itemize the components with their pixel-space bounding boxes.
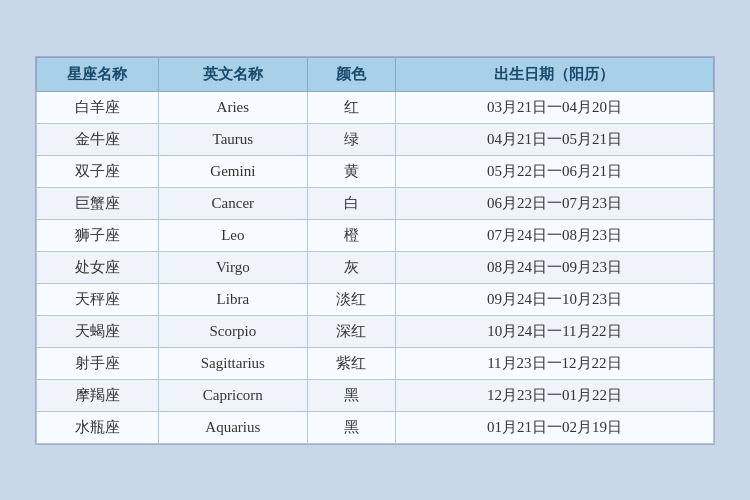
- cell-english: Sagittarius: [158, 347, 307, 379]
- cell-english: Virgo: [158, 251, 307, 283]
- cell-date: 03月21日一04月20日: [395, 91, 713, 123]
- table-row: 白羊座Aries红03月21日一04月20日: [37, 91, 714, 123]
- cell-english: Libra: [158, 283, 307, 315]
- cell-english: Gemini: [158, 155, 307, 187]
- zodiac-table-container: 星座名称 英文名称 颜色 出生日期（阳历） 白羊座Aries红03月21日一04…: [35, 56, 715, 445]
- table-body: 白羊座Aries红03月21日一04月20日金牛座Taurus绿04月21日一0…: [37, 91, 714, 443]
- table-row: 天蝎座Scorpio深红10月24日一11月22日: [37, 315, 714, 347]
- cell-date: 12月23日一01月22日: [395, 379, 713, 411]
- cell-chinese: 水瓶座: [37, 411, 159, 443]
- cell-color: 黑: [307, 379, 395, 411]
- cell-date: 10月24日一11月22日: [395, 315, 713, 347]
- table-row: 水瓶座Aquarius黑01月21日一02月19日: [37, 411, 714, 443]
- cell-color: 白: [307, 187, 395, 219]
- cell-date: 09月24日一10月23日: [395, 283, 713, 315]
- table-header: 星座名称 英文名称 颜色 出生日期（阳历）: [37, 57, 714, 91]
- cell-color: 黑: [307, 411, 395, 443]
- table-row: 处女座Virgo灰08月24日一09月23日: [37, 251, 714, 283]
- cell-date: 01月21日一02月19日: [395, 411, 713, 443]
- cell-english: Capricorn: [158, 379, 307, 411]
- table-row: 巨蟹座Cancer白06月22日一07月23日: [37, 187, 714, 219]
- cell-chinese: 天蝎座: [37, 315, 159, 347]
- cell-english: Cancer: [158, 187, 307, 219]
- header-birth-date: 出生日期（阳历）: [395, 57, 713, 91]
- cell-date: 04月21日一05月21日: [395, 123, 713, 155]
- table-row: 狮子座Leo橙07月24日一08月23日: [37, 219, 714, 251]
- header-chinese-name: 星座名称: [37, 57, 159, 91]
- table-row: 天秤座Libra淡红09月24日一10月23日: [37, 283, 714, 315]
- header-english-name: 英文名称: [158, 57, 307, 91]
- table-row: 金牛座Taurus绿04月21日一05月21日: [37, 123, 714, 155]
- table-row: 摩羯座Capricorn黑12月23日一01月22日: [37, 379, 714, 411]
- cell-chinese: 摩羯座: [37, 379, 159, 411]
- cell-color: 紫红: [307, 347, 395, 379]
- cell-chinese: 处女座: [37, 251, 159, 283]
- header-row: 星座名称 英文名称 颜色 出生日期（阳历）: [37, 57, 714, 91]
- table-row: 射手座Sagittarius紫红11月23日一12月22日: [37, 347, 714, 379]
- header-color: 颜色: [307, 57, 395, 91]
- cell-english: Leo: [158, 219, 307, 251]
- cell-color: 红: [307, 91, 395, 123]
- cell-date: 06月22日一07月23日: [395, 187, 713, 219]
- cell-date: 07月24日一08月23日: [395, 219, 713, 251]
- zodiac-table: 星座名称 英文名称 颜色 出生日期（阳历） 白羊座Aries红03月21日一04…: [36, 57, 714, 444]
- cell-english: Aries: [158, 91, 307, 123]
- cell-date: 08月24日一09月23日: [395, 251, 713, 283]
- cell-color: 黄: [307, 155, 395, 187]
- cell-chinese: 白羊座: [37, 91, 159, 123]
- cell-color: 橙: [307, 219, 395, 251]
- cell-english: Taurus: [158, 123, 307, 155]
- table-row: 双子座Gemini黄05月22日一06月21日: [37, 155, 714, 187]
- cell-chinese: 巨蟹座: [37, 187, 159, 219]
- cell-english: Scorpio: [158, 315, 307, 347]
- cell-chinese: 金牛座: [37, 123, 159, 155]
- cell-chinese: 射手座: [37, 347, 159, 379]
- cell-chinese: 双子座: [37, 155, 159, 187]
- cell-english: Aquarius: [158, 411, 307, 443]
- cell-color: 绿: [307, 123, 395, 155]
- cell-date: 05月22日一06月21日: [395, 155, 713, 187]
- cell-color: 淡红: [307, 283, 395, 315]
- cell-date: 11月23日一12月22日: [395, 347, 713, 379]
- cell-chinese: 狮子座: [37, 219, 159, 251]
- cell-chinese: 天秤座: [37, 283, 159, 315]
- cell-color: 深红: [307, 315, 395, 347]
- cell-color: 灰: [307, 251, 395, 283]
